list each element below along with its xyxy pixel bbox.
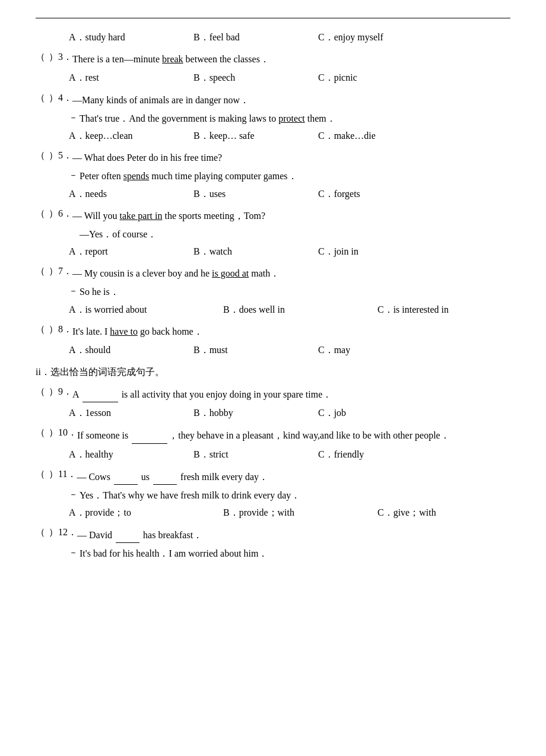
q5-line: （ ）5． — What does Peter do in his free t… (36, 150, 510, 166)
q3-options: A．rest B．speech C．picnic (69, 69, 510, 85)
q6-paren: （ (36, 208, 49, 220)
q6-option-c: C．join in (318, 243, 443, 259)
q7-underline: is good at (212, 268, 249, 278)
q11-option-b: B．provide；with (223, 504, 377, 520)
q6-option-a: A．report (69, 243, 193, 259)
q5-option-b: B．uses (193, 186, 318, 202)
q9-num: ）9． (49, 386, 72, 398)
q4-option-a: A．keep…clean (69, 128, 193, 144)
option-b: B．feel bad (193, 29, 318, 45)
question-12: （ ）12． — David has breakfast． － It's bad… (36, 526, 510, 561)
q3-paren: （ (36, 51, 49, 63)
q8-paren: （ (36, 323, 49, 336)
q4-underline: protect (278, 113, 304, 123)
q10-paren: （ (36, 427, 49, 439)
q7-dash: － (69, 284, 80, 300)
q6-text: — Will you take part in the sports meeti… (72, 208, 510, 224)
q8-option-b: B．must (193, 342, 318, 358)
q4-option-b: B．keep… safe (193, 128, 318, 144)
q11-num: ）11． (49, 468, 77, 481)
q10-blank (132, 427, 167, 443)
q12-text: — David has breakfast． (77, 526, 510, 543)
q10-option-a: A．healthy (69, 446, 193, 462)
q10-text: If someone is ，they behave in a pleasant… (77, 427, 510, 443)
q3-text: There is a ten—minute break between the … (72, 51, 510, 67)
question-9: （ ）9． A is all activity that you enjoy d… (36, 386, 510, 421)
q4-text: —Many kinds of animals are in danger now… (72, 92, 510, 108)
q11-blank1 (114, 468, 138, 485)
q3-line: （ ）3． There is a ten—minute break betwee… (36, 51, 510, 67)
q7-options: A．is worried about B．does well in C．is i… (69, 301, 510, 317)
question-3: （ ）3． There is a ten—minute break betwee… (36, 51, 510, 85)
q5-num: ）5． (49, 150, 72, 162)
q6-dash (69, 226, 80, 242)
q5-dash: － (69, 168, 80, 184)
q6-dialog-text: —Yes．of course． (80, 226, 157, 242)
q11-dash: － (69, 487, 80, 503)
q9-option-b: B．hobby (193, 405, 318, 421)
q10-option-c: C．friendly (318, 446, 443, 462)
q8-text: It's late. I have to go back home． (72, 323, 510, 339)
q6-options: A．report B．watch C．join in (69, 243, 510, 259)
q10-option-b: B．strict (193, 446, 318, 462)
q4-line: （ ）4． —Many kinds of animals are in dang… (36, 92, 510, 108)
q9-option-c: C．job (318, 405, 443, 421)
q5-text: — What does Peter do in his free time? (72, 150, 510, 166)
q4-paren: （ (36, 92, 49, 104)
question-4: （ ）4． —Many kinds of animals are in dang… (36, 92, 510, 144)
q5-options: A．needs B．uses C．forgets (69, 186, 510, 202)
q9-options: A．1esson B．hobby C．job (69, 405, 510, 421)
q11-dialog: － Yes．That's why we have fresh milk to d… (69, 487, 510, 503)
q11-line: （ ）11． — Cows us fresh milk every day． (36, 468, 510, 485)
q3-option-b: B．speech (193, 69, 318, 85)
q6-num: ）6． (49, 208, 72, 220)
q11-blank2 (153, 468, 177, 485)
q7-option-a: A．is worried about (69, 301, 223, 317)
q12-blank1 (116, 526, 139, 543)
q8-line: （ ）8． It's late. I have to go back home． (36, 323, 510, 339)
q9-option-a: A．1esson (69, 405, 193, 421)
q3-underline: break (162, 54, 183, 64)
q5-underline: spends (123, 171, 150, 181)
q8-underline: have to (110, 326, 138, 336)
q6-line: （ ）6． — Will you take part in the sports… (36, 208, 510, 224)
question-10: （ ）10． If someone is ，they behave in a p… (36, 427, 510, 462)
q3-option-c: C．picnic (318, 69, 443, 85)
q8-option-c: C．may (318, 342, 443, 358)
options-top: A．study hard B．feel bad C．enjoy myself (69, 29, 510, 45)
question-5: （ ）5． — What does Peter do in his free t… (36, 150, 510, 202)
q12-num: ）12． (49, 526, 77, 539)
question-11: （ ）11． — Cows us fresh milk every day． －… (36, 468, 510, 521)
q9-paren: （ (36, 386, 49, 398)
q5-option-a: A．needs (69, 186, 193, 202)
q4-dash: － (69, 110, 80, 126)
q12-line: （ ）12． — David has breakfast． (36, 526, 510, 543)
q7-text: — My cousin is a clever boy and he is go… (72, 265, 510, 281)
q8-num: ）8． (49, 323, 72, 336)
q5-option-c: C．forgets (318, 186, 443, 202)
q4-options: A．keep…clean B．keep… safe C．make…die (69, 128, 510, 144)
q3-num: ）3． (49, 51, 72, 63)
question-8: （ ）8． It's late. I have to go back home．… (36, 323, 510, 358)
q4-option-c: C．make…die (318, 128, 443, 144)
q12-dash: － (69, 545, 80, 561)
q7-num: ）7． (49, 265, 72, 278)
q7-paren: （ (36, 265, 49, 278)
q8-options: A．should B．must C．may (69, 342, 510, 358)
q11-option-c: C．give；with (377, 504, 502, 520)
q11-text: — Cows us fresh milk every day． (77, 468, 510, 485)
q10-options: A．healthy B．strict C．friendly (69, 446, 510, 462)
q7-dialog-text: So he is． (80, 284, 119, 300)
question-7: （ ）7． — My cousin is a clever boy and he… (36, 265, 510, 317)
q6-option-b: B．watch (193, 243, 318, 259)
q5-dialog-text: Peter often spends much time playing com… (80, 168, 297, 184)
q12-paren: （ (36, 526, 49, 539)
q11-option-a: A．provide；to (69, 504, 223, 520)
q11-options: A．provide；to B．provide；with C．give；with (69, 504, 510, 520)
q3-option-a: A．rest (69, 69, 193, 85)
q7-option-b: B．does well in (223, 301, 377, 317)
top-divider (36, 18, 510, 18)
q7-option-c: C．is interested in (377, 301, 502, 317)
q11-dialog-text: Yes．That's why we have fresh milk to dri… (80, 487, 300, 503)
section-2-header: ii．选出恰当的词语完成句子。 (36, 364, 510, 381)
